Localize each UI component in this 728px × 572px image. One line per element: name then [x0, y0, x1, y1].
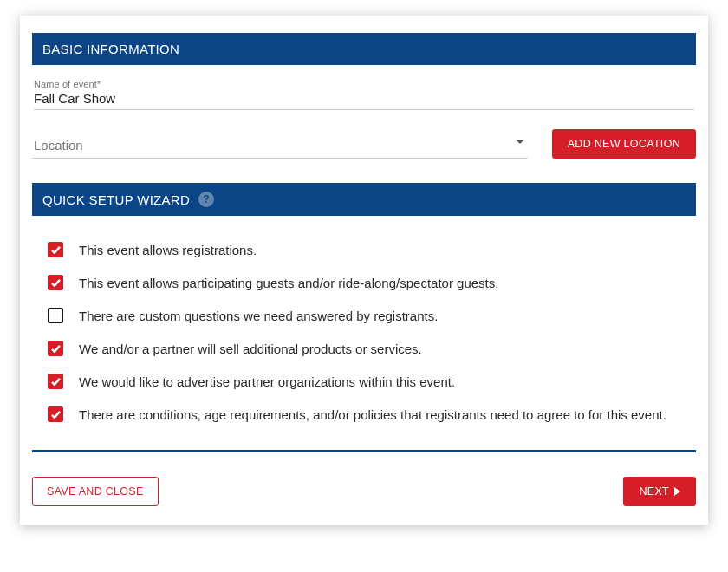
action-bar: SAVE AND CLOSE NEXT — [32, 477, 696, 506]
next-button-label: NEXT — [639, 485, 669, 497]
wizard-card: BASIC INFORMATION Name of event* Locatio… — [20, 16, 708, 525]
wizard-option: This event allows participating guests a… — [48, 266, 689, 299]
help-icon[interactable]: ? — [198, 192, 214, 207]
wizard-checkbox[interactable] — [48, 242, 63, 257]
location-row: Location ADD NEW LOCATION — [32, 110, 696, 159]
wizard-option-label: There are custom questions we need answe… — [79, 309, 438, 323]
wizard-option: There are conditions, age requirements, … — [48, 398, 689, 431]
wizard-option-label: This event allows registrations. — [79, 243, 257, 257]
basic-information-title: BASIC INFORMATION — [42, 42, 179, 56]
wizard-option-label: We and/or a partner will sell additional… — [79, 341, 422, 356]
divider — [32, 450, 696, 452]
location-select-wrap: Location — [32, 134, 528, 159]
wizard-options: This event allows registrations.This eve… — [32, 216, 696, 436]
wizard-checkbox[interactable] — [48, 341, 63, 356]
wizard-checkbox[interactable] — [48, 406, 63, 422]
next-button[interactable]: NEXT — [623, 477, 696, 506]
chevron-down-icon — [516, 140, 524, 144]
wizard-option: There are custom questions we need answe… — [48, 299, 689, 332]
wizard-option: We would like to advertise partner organ… — [48, 365, 689, 398]
quick-setup-wizard-title: QUICK SETUP WIZARD — [42, 192, 190, 207]
wizard-checkbox[interactable] — [48, 374, 63, 389]
basic-information-header: BASIC INFORMATION — [32, 33, 696, 65]
wizard-checkbox[interactable] — [48, 308, 63, 323]
add-new-location-button[interactable]: ADD NEW LOCATION — [552, 129, 696, 159]
quick-setup-wizard-header: QUICK SETUP WIZARD ? — [32, 183, 696, 216]
wizard-option-label: We would like to advertise partner organ… — [79, 374, 455, 389]
wizard-option-label: This event allows participating guests a… — [79, 276, 498, 290]
save-and-close-button[interactable]: SAVE AND CLOSE — [32, 477, 159, 506]
caret-right-icon — [674, 487, 680, 496]
event-name-label: Name of event* — [34, 74, 694, 89]
wizard-option: This event allows registrations. — [48, 233, 689, 266]
wizard-checkbox[interactable] — [48, 275, 63, 290]
wizard-option-label: There are conditions, age requirements, … — [79, 407, 666, 422]
wizard-option: We and/or a partner will sell additional… — [48, 332, 689, 365]
event-name-field: Name of event* — [32, 65, 696, 110]
event-name-input[interactable] — [34, 89, 694, 110]
location-select[interactable]: Location — [32, 134, 528, 159]
